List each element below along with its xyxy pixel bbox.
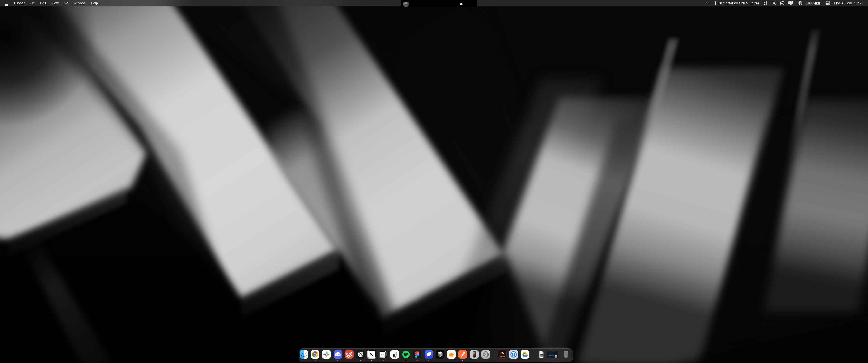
svg-text:10: 10: [381, 353, 385, 357]
svg-text:N: N: [370, 352, 374, 358]
svg-text:raycast: raycast: [500, 355, 504, 357]
svg-text:g: g: [393, 351, 396, 358]
